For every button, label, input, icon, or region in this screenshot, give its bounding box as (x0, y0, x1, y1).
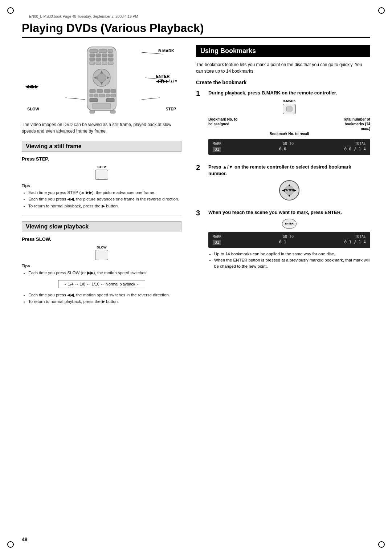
panel-labels-row: Bookmark No. to be assigned Total number… (208, 117, 370, 131)
still-frame-tips: Tips Each time you press STEP (or ▶▶), t… (22, 183, 181, 209)
step-1-instruction: During playback, press B.MARK on the rem… (208, 90, 370, 96)
display-3-total-val: 0 1 / 1 4 (344, 240, 366, 245)
slow-playback-tips-list-2: Each time you press ◀◀, the motion speed… (22, 292, 181, 305)
svg-point-17 (97, 73, 106, 82)
svg-rect-13 (96, 62, 101, 65)
corner-mark-tl (7, 7, 14, 14)
tip-item: Each time you press STEP (or ▶▶), the pi… (28, 189, 181, 196)
slow-playback-tips: Tips Each time you press SLOW (or ▶▶), t… (22, 264, 181, 305)
slow-label: SLOW (27, 107, 39, 111)
bmark-button-area: B.MARK (208, 99, 370, 114)
svg-rect-1 (90, 49, 98, 53)
bmark-btn-label: B.MARK (208, 99, 370, 103)
step-btn-box (95, 170, 108, 180)
arrow-down-icon: ▼ (287, 194, 291, 198)
step-btn-label: STEP (95, 165, 108, 169)
page-title: Playing DVDs (Various Playback) (22, 21, 370, 38)
svg-rect-14 (102, 62, 107, 65)
svg-rect-9 (96, 58, 101, 61)
step-button-diagram: STEP (22, 165, 181, 180)
display-3-values: 01 0 1 0 1 / 1 4 (213, 240, 366, 245)
enter-circle: ▲ ▼ ◀ ▶ ENTER (279, 180, 299, 200)
description-text: The video images on DVD can be viewed as… (22, 121, 181, 134)
step-2-num: 2 (196, 164, 204, 171)
using-bookmarks-title: Using Bookmarks (196, 45, 370, 57)
display-panel-1: MARK GO TO TOTAL 01 0.0 0 0 / 1 4 (208, 139, 370, 155)
slow-playback-tips-list: Each time you press SLOW (or ▶▶), the mo… (22, 270, 181, 276)
create-bookmark-header: Create the bookmark (196, 80, 370, 85)
step-3-instruction: When you reach the scene you want to mar… (208, 209, 370, 216)
page-number: 48 (22, 536, 28, 542)
note-item: When the ENTER button is pressed at a pr… (214, 257, 370, 270)
corner-mark-tr (378, 7, 385, 14)
step-1-num: 1 (196, 90, 204, 97)
right-column: Using Bookmarks The bookmark feature let… (196, 45, 370, 305)
step-1: 1 During playback, press B.MARK on the r… (196, 90, 370, 158)
enter-btn-label: ENTER (285, 222, 294, 225)
remote-diagram: B.MARK ENTER ◀◀/▶▶/▲/▼ SLOW STEP ◀◀/▶▶ (22, 45, 181, 121)
step-label: STEP (166, 107, 176, 111)
svg-rect-31 (90, 98, 98, 102)
note-item: Up to 14 bookmarks can be applied in the… (214, 251, 370, 257)
tip-item: Each time you press ◀◀, the motion speed… (28, 292, 181, 298)
step-3: 3 When you reach the scene you want to m… (196, 209, 370, 270)
step-2-instruction: Press ▲/▼ on the remote controller to se… (208, 164, 370, 177)
svg-rect-24 (104, 89, 110, 93)
speed-diagram: → 1/4 ↔ 1/8 ↔ 1/16 ↔ Normal playback ← (22, 280, 181, 288)
press-slow-label: Press SLOW. (22, 236, 181, 242)
enter-label: ENTER ◀◀/▶▶/▲/▼ (156, 74, 178, 84)
svg-rect-29 (106, 94, 110, 97)
svg-rect-8 (90, 58, 95, 61)
tips-title-2: Tips (22, 264, 181, 268)
svg-rect-22 (90, 89, 95, 93)
arrow-right-icon: ▶ (294, 188, 297, 192)
display-3-goto-val: 0 1 (279, 240, 286, 245)
arrow-left-icon: ◀ (282, 188, 285, 192)
bookmark-intro: The bookmark feature lets you mark a poi… (196, 61, 370, 74)
corner-mark-br (378, 541, 385, 548)
two-column-layout: B.MARK ENTER ◀◀/▶▶/▲/▼ SLOW STEP ◀◀/▶▶ T… (22, 45, 370, 305)
svg-rect-6 (102, 54, 107, 57)
display-panel-3: MARK GO TO TOTAL 01 0 1 0 1 / 1 4 (208, 232, 370, 248)
tip-item: To return to normal playback, press the … (28, 203, 181, 209)
enter-btn-visual: ENTER (282, 219, 297, 229)
step-2: 2 Press ▲/▼ on the remote controller to … (196, 164, 370, 203)
divider-1 (22, 215, 181, 215)
svg-rect-27 (94, 94, 98, 97)
svg-rect-7 (108, 54, 113, 57)
svg-rect-23 (97, 89, 103, 93)
svg-rect-30 (111, 94, 116, 97)
tip-item: To return to normal playback, press the … (28, 298, 181, 305)
svg-rect-40 (286, 107, 292, 111)
svg-rect-34 (90, 110, 95, 113)
slow-playback-header: Viewing slow playback (22, 221, 181, 232)
page: EN00_L-MS30.book Page 48 Tuesday, Septem… (0, 0, 392, 555)
step-3-num: 3 (196, 209, 204, 216)
display-3-header: MARK GO TO TOTAL (213, 235, 366, 239)
still-frame-tips-list: Each time you press STEP (or ▶▶), the pi… (22, 189, 181, 209)
arrow-up-icon: ▲ (287, 183, 291, 187)
bmark-btn-icon (286, 106, 293, 112)
remote-svg (82, 45, 122, 116)
display-mark-val: 01 (213, 147, 221, 152)
arrows-label: ◀◀/▶▶ (25, 84, 38, 89)
svg-rect-28 (99, 94, 105, 97)
bmark-btn-visual (283, 104, 296, 114)
svg-rect-25 (111, 89, 116, 93)
svg-rect-32 (106, 98, 114, 102)
speed-diagram-text: → 1/4 ↔ 1/8 ↔ 1/16 ↔ Normal playback ← (58, 280, 145, 288)
svg-line-39 (142, 98, 160, 100)
tips-title-1: Tips (22, 183, 181, 188)
step-1-content: During playback, press B.MARK on the rem… (208, 90, 370, 158)
display-header: MARK GO TO TOTAL (213, 142, 366, 146)
press-step-label: Press STEP. (22, 156, 181, 162)
enter-button-area: ENTER (208, 219, 370, 229)
svg-rect-2 (99, 49, 107, 53)
slow-btn-label: SLOW (95, 246, 108, 249)
svg-rect-12 (90, 62, 95, 65)
left-column: B.MARK ENTER ◀◀/▶▶/▲/▼ SLOW STEP ◀◀/▶▶ T… (22, 45, 181, 305)
svg-rect-15 (108, 62, 113, 65)
still-frame-header: Viewing a still frame (22, 141, 181, 152)
display-values: 01 0.0 0 0 / 1 4 (213, 147, 366, 152)
slow-button-diagram: SLOW (22, 246, 181, 260)
